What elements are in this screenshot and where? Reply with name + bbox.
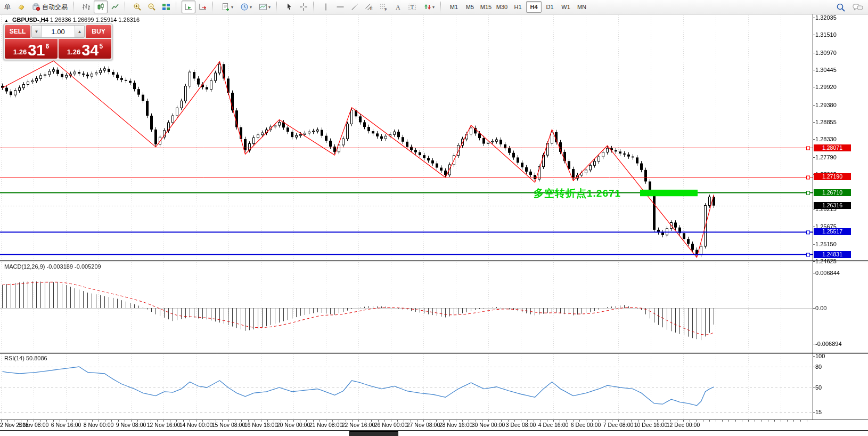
time-axis-label: 12 Nov 16:00 [147,422,180,428]
sell-price-big: 31 [28,43,45,58]
toolbar-separator [313,2,317,12]
trendline-icon[interactable] [348,1,362,13]
timeframe-h1[interactable]: H1 [510,1,526,13]
crosshair-icon[interactable] [297,1,310,13]
macd-axis-label: -0.006894 [815,341,842,347]
toolbar-separator [276,2,280,12]
time-axis-label: 3 Dec 08:00 [506,422,536,428]
periods-menu[interactable]: ▾ [237,1,255,13]
volume-value[interactable]: 1.00 [42,26,75,37]
sell-price-prefix: 1.26 [13,48,27,56]
gold-icon[interactable] [14,1,28,13]
time-axis-label: 9 Nov 08:00 [116,422,146,428]
buy-price-sup: 5 [99,43,103,50]
horizontal-line-icon[interactable] [333,1,347,13]
sell-price-panel[interactable]: 1.26 31 6 [5,39,58,59]
price-badge: 1.25517 [814,228,851,235]
horizontal-scrollbar[interactable] [0,430,868,436]
fibonacci-icon[interactable]: F [376,1,390,13]
autotrading-label: 自动交易 [42,3,68,12]
price-badge: 1.24831 [814,251,851,258]
price-badge: 1.28071 [814,144,851,151]
volume-down-button[interactable]: ▼ [32,26,42,37]
buy-price-big: 34 [81,43,99,58]
time-axis-label: 27 Nov 08:00 [407,422,440,428]
buy-price-prefix: 1.26 [67,48,80,56]
scrollbar-thumb[interactable] [349,431,398,436]
zoom-in-icon[interactable] [130,1,144,13]
ohlc-values: 1.26336 1.26699 1.25914 1.26316 [50,17,140,23]
timeframe-m1[interactable]: M1 [446,1,462,13]
macd-label: MACD(12,26,9) -0.003189 -0.005209 [4,263,101,270]
fibo-letter: F [385,7,387,11]
turning-point-annotation: 多空转折点1.2671 [534,187,621,200]
tile-windows-icon[interactable] [159,1,173,13]
vertical-line-icon[interactable] [319,1,333,13]
time-axis-label: 12 Dec 00:00 [667,422,700,428]
price-axis-label: 1.28855 [815,119,837,125]
timeframe-w1[interactable]: W1 [558,1,574,13]
text-label-icon[interactable]: T [405,1,419,13]
time-axis-label: 6 Nov 16:00 [51,422,81,428]
price-axis-label: 1.31510 [815,31,837,38]
time-axis-label: 21 Nov 08:00 [309,422,342,428]
rsi-axis-label: 15 [815,409,822,415]
autotrading-button[interactable]: 自动交易 [29,1,71,13]
time-axis-label: 6 Dec 00:00 [571,422,601,428]
toolbar-separator [176,2,179,12]
timeframe-d1[interactable]: D1 [542,1,558,13]
timeframe-h4[interactable]: H4 [526,1,542,13]
text-icon[interactable]: A [391,1,405,13]
sell-price-sup: 6 [45,43,49,50]
rsi-label: RSI(14) 50.8086 [4,355,47,361]
price-axis-label: 1.32035 [815,14,837,21]
arrows-menu[interactable]: ▾ [420,1,438,13]
buy-button[interactable]: BUY [86,25,111,38]
dropdown-arrow-icon: ▾ [432,5,435,10]
price-axis-label: 1.28330 [815,136,837,142]
candlestick-chart-icon[interactable] [94,1,108,13]
macd-axis-label: 0.006844 [815,270,840,276]
rsi-axis-label: 80 [815,364,822,370]
chart-canvas[interactable] [0,0,868,436]
channel-letter: E [370,7,373,11]
auto-scroll-icon[interactable] [182,1,195,13]
time-axis-label: 28 Nov 16:00 [439,422,472,428]
templates-menu[interactable]: ▾ [256,1,274,13]
rsi-axis-label: 50 [815,384,822,391]
timeframe-mn[interactable]: MN [574,1,589,13]
indicators-menu[interactable]: ▾ [218,1,236,13]
timeframe-m30[interactable]: M30 [494,1,510,13]
sell-button[interactable]: SELL [5,25,30,38]
volume-spinner: ▼ 1.00 ▲ [31,25,85,38]
buy-price-panel[interactable]: 1.26 34 5 [59,39,111,59]
line-chart-icon[interactable] [108,1,122,13]
equidistant-channel-icon[interactable]: E [362,1,376,13]
timeframe-m5[interactable]: M5 [462,1,478,13]
price-axis-label: 1.29920 [815,84,837,90]
price-badge: 1.26316 [814,202,851,209]
time-axis-label: 15 Nov 08:00 [212,422,245,428]
time-axis-label: 8 Nov 00:00 [84,422,114,428]
price-axis-label: 1.24625 [815,258,837,264]
collapse-arrow-icon[interactable]: ▲ [4,18,9,23]
volume-up-button[interactable]: ▲ [75,26,84,37]
macd-axis-label: 0.00 [815,305,826,311]
toolbar-separator [73,2,77,12]
price-axis-label: 1.25150 [815,241,837,247]
chat-icon[interactable] [851,1,865,14]
zoom-out-icon[interactable] [145,1,159,13]
price-badge: 1.27190 [814,173,851,180]
bar-chart-icon[interactable] [79,1,93,13]
price-axis-label: 1.30970 [815,50,837,56]
search-icon[interactable] [834,1,848,14]
cursor-icon[interactable] [282,1,296,13]
one-click-trading-panel: SELL ▼ 1.00 ▲ BUY 1.26 31 6 1.26 34 5 [3,23,113,60]
time-axis-label: 5 Nov 08:00 [19,422,49,428]
new-order-button[interactable]: 单 [1,1,14,13]
chart-shift-icon[interactable] [196,1,210,13]
toolbar-separator [440,2,444,12]
toolbar-separator [212,2,216,12]
svg-text:A: A [396,4,400,11]
timeframe-m15[interactable]: M15 [478,1,494,13]
